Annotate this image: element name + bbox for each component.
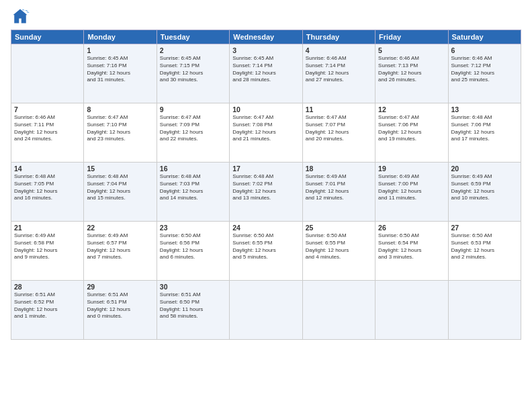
cell-info: Sunrise: 6:47 AM Sunset: 7:07 PM Dayligh… <box>306 114 372 143</box>
day-number: 18 <box>306 165 372 173</box>
weekday-header-thursday: Thursday <box>302 30 375 44</box>
weekday-header-sunday: Sunday <box>11 30 84 44</box>
day-number: 11 <box>306 105 372 113</box>
svg-marker-0 <box>13 9 28 24</box>
calendar-cell: 17Sunrise: 6:48 AM Sunset: 7:02 PM Dayli… <box>230 163 302 222</box>
weekday-header-monday: Monday <box>84 30 157 44</box>
day-number: 17 <box>232 165 299 173</box>
weekday-header-friday: Friday <box>375 30 448 44</box>
cell-info: Sunrise: 6:48 AM Sunset: 7:04 PM Dayligh… <box>87 173 153 202</box>
day-number: 16 <box>160 165 226 173</box>
day-number: 26 <box>378 224 445 232</box>
day-number: 2 <box>160 46 226 54</box>
weekday-header-row: SundayMondayTuesdayWednesdayThursdayFrid… <box>11 30 521 44</box>
cell-info: Sunrise: 6:47 AM Sunset: 7:10 PM Dayligh… <box>87 114 153 143</box>
cell-info: Sunrise: 6:50 AM Sunset: 6:53 PM Dayligh… <box>451 232 518 261</box>
logo-icon <box>11 7 30 26</box>
cell-info: Sunrise: 6:47 AM Sunset: 7:09 PM Dayligh… <box>160 114 226 143</box>
calendar-cell: 30Sunrise: 6:51 AM Sunset: 6:50 PM Dayli… <box>157 281 229 340</box>
calendar-cell <box>11 44 84 103</box>
calendar-cell: 14Sunrise: 6:48 AM Sunset: 7:05 PM Dayli… <box>11 163 84 222</box>
calendar: SundayMondayTuesdayWednesdayThursdayFrid… <box>11 30 521 340</box>
week-row-2: 7Sunrise: 6:46 AM Sunset: 7:11 PM Daylig… <box>11 103 521 163</box>
day-number: 28 <box>14 283 81 291</box>
cell-info: Sunrise: 6:50 AM Sunset: 6:56 PM Dayligh… <box>160 232 226 261</box>
calendar-cell: 5Sunrise: 6:46 AM Sunset: 7:13 PM Daylig… <box>375 44 448 103</box>
cell-info: Sunrise: 6:47 AM Sunset: 7:06 PM Dayligh… <box>378 114 445 143</box>
calendar-cell: 11Sunrise: 6:47 AM Sunset: 7:07 PM Dayli… <box>302 103 375 163</box>
day-number: 4 <box>306 46 372 54</box>
calendar-cell: 26Sunrise: 6:50 AM Sunset: 6:54 PM Dayli… <box>375 222 448 281</box>
day-number: 22 <box>87 224 153 232</box>
calendar-cell: 21Sunrise: 6:49 AM Sunset: 6:58 PM Dayli… <box>11 222 84 281</box>
cell-info: Sunrise: 6:49 AM Sunset: 6:57 PM Dayligh… <box>87 232 153 261</box>
calendar-cell: 29Sunrise: 6:51 AM Sunset: 6:51 PM Dayli… <box>84 281 157 340</box>
cell-info: Sunrise: 6:51 AM Sunset: 6:51 PM Dayligh… <box>87 291 153 320</box>
calendar-cell <box>302 281 375 340</box>
day-number: 10 <box>232 105 299 113</box>
day-number: 6 <box>451 46 518 54</box>
weekday-header-wednesday: Wednesday <box>230 30 302 44</box>
calendar-cell: 8Sunrise: 6:47 AM Sunset: 7:10 PM Daylig… <box>84 103 157 163</box>
calendar-cell: 4Sunrise: 6:46 AM Sunset: 7:14 PM Daylig… <box>302 44 375 103</box>
day-number: 24 <box>232 224 299 232</box>
calendar-cell <box>230 281 302 340</box>
day-number: 25 <box>306 224 372 232</box>
calendar-cell: 20Sunrise: 6:49 AM Sunset: 6:59 PM Dayli… <box>448 163 521 222</box>
cell-info: Sunrise: 6:50 AM Sunset: 6:54 PM Dayligh… <box>378 232 445 261</box>
cell-info: Sunrise: 6:49 AM Sunset: 7:01 PM Dayligh… <box>306 173 372 202</box>
calendar-cell: 27Sunrise: 6:50 AM Sunset: 6:53 PM Dayli… <box>448 222 521 281</box>
cell-info: Sunrise: 6:50 AM Sunset: 6:55 PM Dayligh… <box>306 232 372 261</box>
calendar-cell <box>375 281 448 340</box>
calendar-cell: 19Sunrise: 6:49 AM Sunset: 7:00 PM Dayli… <box>375 163 448 222</box>
day-number: 3 <box>232 46 299 54</box>
day-number: 23 <box>160 224 226 232</box>
cell-info: Sunrise: 6:49 AM Sunset: 6:58 PM Dayligh… <box>14 232 81 261</box>
week-row-4: 21Sunrise: 6:49 AM Sunset: 6:58 PM Dayli… <box>11 222 521 281</box>
calendar-cell: 24Sunrise: 6:50 AM Sunset: 6:55 PM Dayli… <box>230 222 302 281</box>
cell-info: Sunrise: 6:46 AM Sunset: 7:13 PM Dayligh… <box>378 55 445 84</box>
calendar-cell: 22Sunrise: 6:49 AM Sunset: 6:57 PM Dayli… <box>84 222 157 281</box>
day-number: 14 <box>14 165 81 173</box>
week-row-1: 1Sunrise: 6:45 AM Sunset: 7:16 PM Daylig… <box>11 44 521 103</box>
day-number: 12 <box>378 105 445 113</box>
calendar-cell: 15Sunrise: 6:48 AM Sunset: 7:04 PM Dayli… <box>84 163 157 222</box>
calendar-cell: 1Sunrise: 6:45 AM Sunset: 7:16 PM Daylig… <box>84 44 157 103</box>
cell-info: Sunrise: 6:49 AM Sunset: 6:59 PM Dayligh… <box>451 173 518 202</box>
day-number: 5 <box>378 46 445 54</box>
cell-info: Sunrise: 6:51 AM Sunset: 6:50 PM Dayligh… <box>160 291 226 320</box>
cell-info: Sunrise: 6:45 AM Sunset: 7:14 PM Dayligh… <box>232 55 299 84</box>
day-number: 30 <box>160 283 226 291</box>
calendar-cell: 6Sunrise: 6:46 AM Sunset: 7:12 PM Daylig… <box>448 44 521 103</box>
calendar-cell: 28Sunrise: 6:51 AM Sunset: 6:52 PM Dayli… <box>11 281 84 340</box>
cell-info: Sunrise: 6:48 AM Sunset: 7:02 PM Dayligh… <box>232 173 299 202</box>
cell-info: Sunrise: 6:47 AM Sunset: 7:08 PM Dayligh… <box>232 114 299 143</box>
day-number: 19 <box>378 165 445 173</box>
calendar-cell: 10Sunrise: 6:47 AM Sunset: 7:08 PM Dayli… <box>230 103 302 163</box>
calendar-cell: 23Sunrise: 6:50 AM Sunset: 6:56 PM Dayli… <box>157 222 229 281</box>
day-number: 9 <box>160 105 226 113</box>
day-number: 7 <box>14 105 81 113</box>
day-number: 8 <box>87 105 153 113</box>
weekday-header-saturday: Saturday <box>448 30 521 44</box>
cell-info: Sunrise: 6:46 AM Sunset: 7:11 PM Dayligh… <box>14 114 81 143</box>
week-row-5: 28Sunrise: 6:51 AM Sunset: 6:52 PM Dayli… <box>11 281 521 340</box>
day-number: 21 <box>14 224 81 232</box>
calendar-cell: 16Sunrise: 6:48 AM Sunset: 7:03 PM Dayli… <box>157 163 229 222</box>
cell-info: Sunrise: 6:46 AM Sunset: 7:14 PM Dayligh… <box>306 55 372 84</box>
day-number: 1 <box>87 46 153 54</box>
day-number: 27 <box>451 224 518 232</box>
calendar-cell: 25Sunrise: 6:50 AM Sunset: 6:55 PM Dayli… <box>302 222 375 281</box>
header <box>11 7 521 26</box>
weekday-header-tuesday: Tuesday <box>157 30 229 44</box>
calendar-cell: 7Sunrise: 6:46 AM Sunset: 7:11 PM Daylig… <box>11 103 84 163</box>
calendar-cell: 2Sunrise: 6:45 AM Sunset: 7:15 PM Daylig… <box>157 44 229 103</box>
calendar-cell <box>448 281 521 340</box>
day-number: 13 <box>451 105 518 113</box>
week-row-3: 14Sunrise: 6:48 AM Sunset: 7:05 PM Dayli… <box>11 163 521 222</box>
cell-info: Sunrise: 6:51 AM Sunset: 6:52 PM Dayligh… <box>14 291 81 320</box>
page: SundayMondayTuesdayWednesdayThursdayFrid… <box>0 0 532 411</box>
cell-info: Sunrise: 6:50 AM Sunset: 6:55 PM Dayligh… <box>232 232 299 261</box>
day-number: 29 <box>87 283 153 291</box>
cell-info: Sunrise: 6:45 AM Sunset: 7:15 PM Dayligh… <box>160 55 226 84</box>
